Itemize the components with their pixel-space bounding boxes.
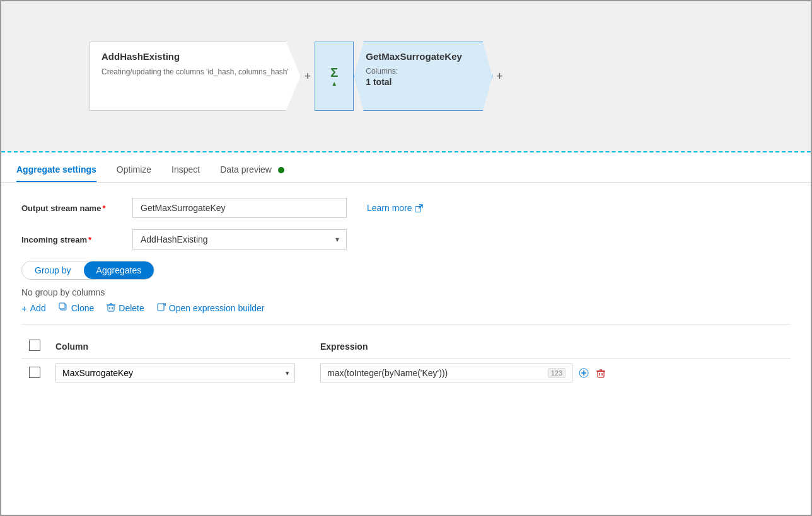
add-icon: + <box>21 303 27 314</box>
tab-inspect[interactable]: Inspect <box>171 164 200 182</box>
tab-optimize[interactable]: Optimize <box>117 164 151 182</box>
expression-svg <box>157 303 166 312</box>
node2-subtitle: Columns: <box>366 67 480 76</box>
row-add-button[interactable] <box>577 367 590 379</box>
group-by-button[interactable]: Group by <box>22 261 84 279</box>
learn-more-link[interactable]: Learn more <box>367 203 423 213</box>
node1-title: AddHashExisting <box>102 51 289 62</box>
add-button[interactable]: + Add <box>21 303 46 314</box>
node2-count: 1 total <box>366 77 480 87</box>
expression-builder-icon <box>157 303 166 314</box>
plus-connector-1: + <box>304 70 311 83</box>
clone-icon <box>59 302 68 314</box>
column-select[interactable]: MaxSurrogateKey <box>56 364 294 382</box>
external-link-icon <box>415 204 423 212</box>
svg-rect-2 <box>59 303 65 309</box>
column-select-wrapper: MaxSurrogateKey ▾ <box>55 364 295 382</box>
aggregate-icon-box: Σ ▲ <box>315 42 354 111</box>
col-header-expression: Expression <box>313 335 791 358</box>
aggregates-table: Column Expression MaxSurrogateKey ▾ <box>21 335 791 387</box>
incoming-stream-label: Incoming stream* <box>21 235 122 244</box>
table-row: MaxSurrogateKey ▾ max(toInteger(byName('… <box>21 358 791 388</box>
incoming-stream-select[interactable]: AddHashExisting <box>132 229 347 249</box>
tab-aggregate-settings[interactable]: Aggregate settings <box>16 164 96 182</box>
bottom-panel: Aggregate settings Optimize Inspect Data… <box>1 152 811 516</box>
plus-connector-2: + <box>496 70 503 83</box>
row-trash-icon <box>596 369 605 378</box>
expression-badge: 123 <box>548 368 566 378</box>
row-delete-button[interactable] <box>595 367 606 379</box>
node-get-max-surrogate-key[interactable]: GetMaxSurrogateKey Columns: 1 total <box>354 42 492 111</box>
canvas-area: AddHashExisting Creating/updating the co… <box>1 1 811 152</box>
data-preview-dot <box>278 167 284 173</box>
delete-icon <box>107 302 115 314</box>
node1-desc: Creating/updating the columns 'id_hash, … <box>102 67 289 77</box>
table-divider <box>21 324 791 324</box>
aggregates-button[interactable]: Aggregates <box>84 261 154 279</box>
no-group-columns-msg: No group by columns <box>21 287 791 297</box>
form-area: Output stream name* Learn more Incoming … <box>1 183 811 516</box>
open-expression-builder-button[interactable]: Open expression builder <box>157 303 265 314</box>
header-checkbox[interactable] <box>29 340 40 351</box>
expression-input-wrapper: max(toInteger(byName('Key'))) 123 <box>320 364 572 382</box>
col-header-column: Column <box>48 335 313 358</box>
tab-data-preview[interactable]: Data preview <box>220 164 284 182</box>
sigma-icon: Σ <box>330 66 338 80</box>
svg-rect-3 <box>108 305 114 311</box>
row-checkbox[interactable] <box>29 367 40 378</box>
row-expression-cell: max(toInteger(byName('Key'))) 123 <box>313 358 791 387</box>
output-stream-label: Output stream name* <box>21 204 122 213</box>
tabs-bar: Aggregate settings Optimize Inspect Data… <box>1 152 811 183</box>
toggle-group: Group by Aggregates <box>21 261 154 280</box>
svg-rect-13 <box>598 371 604 377</box>
incoming-stream-row: Incoming stream* AddHashExisting ▾ <box>21 229 791 249</box>
row-add-icon <box>579 368 589 378</box>
triangle-icon: ▲ <box>331 80 337 87</box>
row-checkbox-cell <box>21 358 48 388</box>
expression-text: max(toInteger(byName('Key'))) <box>327 368 543 378</box>
output-stream-input[interactable] <box>132 198 347 218</box>
delete-button[interactable]: Delete <box>107 302 144 314</box>
action-row: + Add Clone <box>21 302 791 314</box>
trash-svg <box>107 302 115 312</box>
node2-title: GetMaxSurrogateKey <box>366 51 480 62</box>
clone-button[interactable]: Clone <box>59 302 95 314</box>
clone-svg <box>59 302 68 312</box>
output-stream-row: Output stream name* Learn more <box>21 198 791 218</box>
row-column-cell: MaxSurrogateKey ▾ <box>48 358 313 388</box>
node-add-hash-existing[interactable]: AddHashExisting Creating/updating the co… <box>90 42 301 111</box>
incoming-stream-select-wrapper: AddHashExisting ▾ <box>132 229 347 249</box>
svg-rect-8 <box>158 304 164 311</box>
row-action-buttons <box>577 367 606 379</box>
col-header-checkbox <box>21 335 48 358</box>
